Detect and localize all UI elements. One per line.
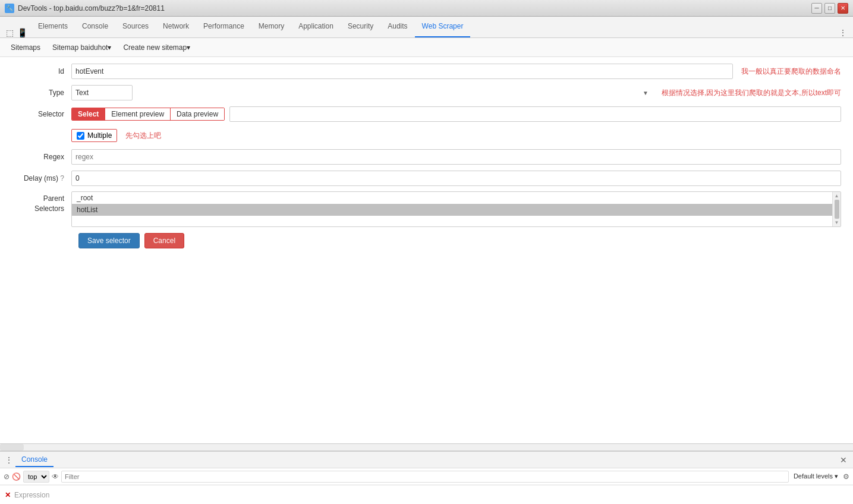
tab-console[interactable]: Console (15, 453, 53, 467)
inspect-icon[interactable]: ⬚ (6, 28, 14, 37)
console-input-row: ✕ Expression (0, 485, 853, 504)
button-row: Save selector Cancel (12, 233, 841, 248)
console-close-button[interactable]: ✕ (836, 455, 851, 465)
console-menu-icon[interactable]: ⋮ (2, 455, 15, 465)
tab-application[interactable]: Application (291, 17, 341, 37)
regex-row: Regex (12, 149, 841, 165)
multiple-text: Multiple (87, 131, 112, 140)
tab-security[interactable]: Security (341, 17, 380, 37)
title-bar: 🔧 DevTools - top.baidu.com/buzz?b=1&fr=2… (0, 0, 853, 17)
multiple-annotation: 先勾选上吧 (125, 131, 161, 141)
regex-label: Regex (12, 153, 71, 161)
console-panel: ⋮ Console ✕ ⊘ 🚫 top 👁 Default levels ▾ ⚙… (0, 451, 853, 504)
parent-selectors-row: Parent Selectors _root hotList ▲ ▼ (12, 191, 841, 227)
selector-tab-select[interactable]: Select (72, 108, 105, 120)
console-tab-bar: ⋮ Console ✕ (0, 452, 853, 468)
selector-tab-data-preview[interactable]: Data preview (170, 108, 224, 120)
id-input[interactable] (71, 64, 733, 79)
id-row: Id 我一般以真正要爬取的数据命名 (12, 63, 841, 80)
type-select-wrapper: Text Link Image Table Element click (71, 85, 653, 100)
sub-nav: Sitemaps Sitemap baiduhot▾ Create new si… (0, 38, 853, 57)
tab-console-main[interactable]: Console (75, 17, 115, 37)
multiple-checkbox[interactable] (77, 132, 84, 140)
tab-bar-icons: ⬚ 📱 (2, 28, 31, 37)
expression-label: Expression (14, 491, 49, 499)
console-prompt-icon: ✕ (5, 491, 11, 499)
console-toolbar: ⊘ 🚫 top 👁 Default levels ▾ ⚙ (0, 468, 853, 485)
multiple-row: Multiple 先勾选上吧 (12, 127, 841, 144)
save-selector-button[interactable]: Save selector (78, 233, 140, 248)
id-annotation: 我一般以真正要爬取的数据命名 (741, 67, 841, 77)
filter-input[interactable] (61, 471, 789, 483)
tab-audits[interactable]: Audits (380, 17, 414, 37)
default-levels-button[interactable]: Default levels ▾ (791, 471, 841, 481)
tab-memory[interactable]: Memory (251, 17, 291, 37)
tab-performance[interactable]: Performance (196, 17, 251, 37)
devtools-panel: ⬚ 📱 Elements Console Sources Network Per… (0, 17, 853, 504)
selector-tab-element-preview[interactable]: Element preview (105, 108, 170, 120)
window-controls: ─ □ ✕ (811, 3, 848, 14)
id-label: Id (12, 67, 71, 75)
selector-label: Selector (12, 110, 71, 118)
sub-nav-sitemaps[interactable]: Sitemaps (5, 42, 46, 53)
selector-controls: Select Element preview Data preview (71, 106, 841, 122)
close-button[interactable]: ✕ (838, 3, 848, 14)
selector-input[interactable] (229, 106, 841, 122)
more-tabs-icon[interactable]: ⋮ (835, 28, 851, 37)
type-select[interactable]: Text Link Image Table Element click (71, 85, 133, 100)
cancel-button[interactable]: Cancel (144, 233, 184, 248)
main-content: Id 我一般以真正要爬取的数据命名 Type Text Link Image T… (0, 57, 853, 443)
console-ban-icon[interactable]: 🚫 (12, 472, 21, 481)
sub-nav-create-sitemap[interactable]: Create new sitemap▾ (117, 42, 196, 53)
sub-nav-sitemap-baiduhot[interactable]: Sitemap baiduhot▾ (46, 42, 117, 53)
parent-selector-root[interactable]: _root (72, 192, 841, 204)
scrollbar[interactable]: ▲ ▼ (832, 192, 841, 226)
tab-sources[interactable]: Sources (115, 17, 156, 37)
delay-help-icon[interactable]: ? (60, 174, 64, 182)
parent-selector-hotlist[interactable]: hotList (72, 204, 841, 216)
minimize-button[interactable]: ─ (811, 3, 822, 14)
parent-selectors-box: _root hotList ▲ ▼ (71, 191, 841, 227)
delay-input[interactable] (71, 171, 841, 186)
type-label: Type (12, 89, 71, 97)
devtools-icon: 🔧 (5, 4, 14, 13)
console-list-icon[interactable]: ⊘ (4, 472, 10, 481)
selector-form: Id 我一般以真正要爬取的数据命名 Type Text Link Image T… (0, 57, 853, 254)
selector-tabs: Select Element preview Data preview (71, 108, 225, 121)
multiple-checkbox-label[interactable]: Multiple (71, 129, 117, 142)
mobile-icon[interactable]: 📱 (17, 28, 27, 37)
eye-icon[interactable]: 👁 (52, 472, 59, 481)
regex-input[interactable] (71, 149, 841, 165)
horizontal-scrollbar[interactable] (0, 443, 853, 451)
maximize-button[interactable]: □ (824, 3, 835, 14)
tab-web-scraper[interactable]: Web Scraper (415, 17, 471, 37)
type-annotation: 根据情况选择,因为这里我们爬取的就是文本,所以text即可 (662, 88, 841, 98)
tab-elements[interactable]: Elements (31, 17, 75, 37)
gear-icon[interactable]: ⚙ (843, 472, 849, 481)
parent-selectors-label: Parent Selectors (12, 191, 71, 214)
title-bar-text: DevTools - top.baidu.com/buzz?b=1&fr=208… (18, 4, 811, 12)
context-selector[interactable]: top (23, 471, 49, 483)
type-row: Type Text Link Image Table Element click… (12, 84, 841, 101)
multiple-control: Multiple 先勾选上吧 (71, 129, 841, 142)
selector-row: Selector Select Element preview Data pre… (12, 106, 841, 122)
tab-network[interactable]: Network (156, 17, 196, 37)
delay-label: Delay (ms) ? (12, 174, 71, 182)
delay-row: Delay (ms) ? (12, 170, 841, 187)
main-tab-bar: ⬚ 📱 Elements Console Sources Network Per… (0, 17, 853, 38)
console-input[interactable] (49, 491, 848, 499)
